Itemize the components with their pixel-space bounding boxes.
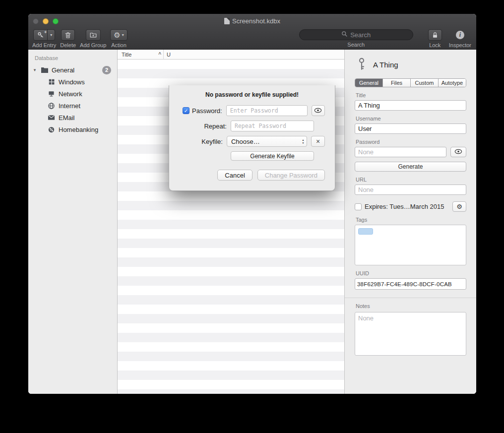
url-field-label: URL xyxy=(356,177,466,183)
window-title-bar: Screenshot.kdbx xyxy=(28,17,476,25)
repeat-input-row: Repeat: xyxy=(179,121,325,131)
repeat-label: Repeat: xyxy=(204,123,227,130)
trash-icon xyxy=(64,31,71,39)
clear-keyfile-button[interactable]: × xyxy=(311,136,325,147)
toolbar-item-add-entry: + ▾ Add Entry xyxy=(32,29,56,48)
gear-icon: ⚙ xyxy=(456,203,462,210)
check-icon: ✓ xyxy=(184,108,188,114)
reveal-password-button[interactable] xyxy=(450,147,466,157)
inspector-button[interactable]: i xyxy=(453,29,467,41)
sidebar-header: Database xyxy=(28,54,117,64)
inspector-entry-header: A Thing xyxy=(357,58,466,72)
sidebar-item-label: Network xyxy=(59,90,82,98)
password-field[interactable] xyxy=(355,147,446,157)
toolbar-item-action: ⚙ ▾ Action xyxy=(110,29,127,48)
search-placeholder: Search xyxy=(350,31,371,39)
tab-general[interactable]: General xyxy=(355,79,383,87)
generate-password-button[interactable]: Generate xyxy=(355,162,466,172)
sidebar-item-label: EMail xyxy=(59,114,75,122)
lock-label: Lock xyxy=(429,42,441,48)
add-entry-label: Add Entry xyxy=(32,42,56,48)
password-input-row: ✓ Password: xyxy=(179,105,325,116)
clear-x-icon: × xyxy=(316,138,320,145)
chevron-down-icon: ▾ xyxy=(122,33,124,37)
info-icon: i xyxy=(456,31,464,39)
keyfile-dropdown[interactable]: Choose… ▲ ▼ xyxy=(227,136,307,147)
sidebar-item-email[interactable]: EMail xyxy=(28,112,117,124)
search-input[interactable]: Search xyxy=(299,29,413,40)
tab-custom[interactable]: Custom xyxy=(411,79,439,87)
sidebar-item-homebanking[interactable]: Homebanking xyxy=(28,124,117,135)
password-label: Password: xyxy=(192,107,222,115)
column-header-title[interactable]: Title ^ xyxy=(118,50,164,59)
toolbar-item-lock: Lock xyxy=(428,29,442,48)
plus-icon: + xyxy=(44,30,47,34)
expires-checkbox[interactable] xyxy=(355,203,362,210)
sidebar: Database ▾ General 2 Windows xyxy=(28,50,118,394)
sidebar-group-general[interactable]: ▾ General 2 xyxy=(28,64,117,76)
tab-files[interactable]: Files xyxy=(383,79,411,87)
expires-row: Expires: Tues…March 2015 ⚙ xyxy=(355,201,466,212)
toolbar-item-inspector: i Inspector xyxy=(449,29,471,48)
coin-percent-icon xyxy=(47,125,56,134)
inspector-divider xyxy=(345,298,476,298)
chevron-down-icon[interactable]: ▾ xyxy=(48,30,55,40)
windows-icon xyxy=(47,78,56,86)
envelope-icon xyxy=(47,114,56,122)
document-proxy-icon xyxy=(224,18,230,24)
notes-field[interactable] xyxy=(355,312,466,356)
expires-options-button[interactable]: ⚙ xyxy=(452,201,466,212)
action-button[interactable]: ⚙ ▾ xyxy=(110,29,127,41)
toolbar: + ▾ Add Entry Delete xyxy=(28,28,476,50)
sidebar-item-network[interactable]: Network xyxy=(28,88,117,100)
username-field[interactable] xyxy=(355,124,466,134)
uuid-field[interactable] xyxy=(355,278,466,290)
sort-ascending-icon: ^ xyxy=(158,52,161,57)
password-checkbox[interactable]: ✓ xyxy=(183,107,189,114)
inspector-label: Inspector xyxy=(449,42,471,48)
change-password-sheet: No password or keyfile supplied! ✓ Passw… xyxy=(169,85,335,191)
sidebar-item-label: Windows xyxy=(59,78,85,86)
sidebar-item-internet[interactable]: Internet xyxy=(28,100,117,112)
notes-label: Notes xyxy=(356,303,466,309)
app-window: Screenshot.kdbx + ▾ Add Entry xyxy=(28,14,476,394)
add-entry-button[interactable]: + ▾ xyxy=(33,29,55,41)
url-field[interactable] xyxy=(355,185,466,195)
delete-button[interactable] xyxy=(61,29,75,41)
disclosure-triangle-icon[interactable]: ▾ xyxy=(32,67,37,72)
column-header-username[interactable]: U xyxy=(164,50,171,59)
password-row xyxy=(355,147,466,157)
tags-label: Tags xyxy=(356,217,466,223)
sheet-message: No password or keyfile supplied! xyxy=(179,91,325,98)
cancel-button[interactable]: Cancel xyxy=(217,170,252,181)
reveal-password-button[interactable] xyxy=(312,105,325,116)
globe-icon xyxy=(47,102,56,110)
tab-autotype[interactable]: Autotype xyxy=(439,79,466,87)
change-password-button[interactable]: Change Password xyxy=(257,170,325,181)
key-plus-icon: + xyxy=(34,30,48,40)
network-icon xyxy=(47,90,56,98)
toolbar-item-search: Search Search xyxy=(299,29,413,48)
sidebar-item-label: Homebanking xyxy=(59,126,98,133)
entry-title: A Thing xyxy=(373,61,398,69)
sidebar-item-windows[interactable]: Windows xyxy=(28,76,117,88)
eye-icon xyxy=(454,148,462,156)
sidebar-group-label: General xyxy=(52,66,74,74)
username-field-label: Username xyxy=(356,116,466,122)
generate-keyfile-button[interactable]: Generate Keyfile xyxy=(231,151,314,161)
sidebar-item-label: Internet xyxy=(59,102,80,110)
delete-label: Delete xyxy=(60,42,76,48)
add-group-button[interactable] xyxy=(86,29,101,41)
add-group-label: Add Group xyxy=(80,42,106,48)
tag-token[interactable] xyxy=(358,228,373,235)
title-field[interactable] xyxy=(355,100,466,111)
gear-icon: ⚙ xyxy=(114,31,120,39)
lock-button[interactable] xyxy=(428,29,442,41)
repeat-password-input[interactable] xyxy=(231,121,314,131)
folder-plus-icon xyxy=(89,31,97,39)
password-field-label: Password xyxy=(356,139,466,145)
window-title: Screenshot.kdbx xyxy=(232,17,280,25)
tags-input-area[interactable] xyxy=(355,225,466,265)
enter-password-input[interactable] xyxy=(226,105,308,116)
eye-icon xyxy=(314,106,322,115)
